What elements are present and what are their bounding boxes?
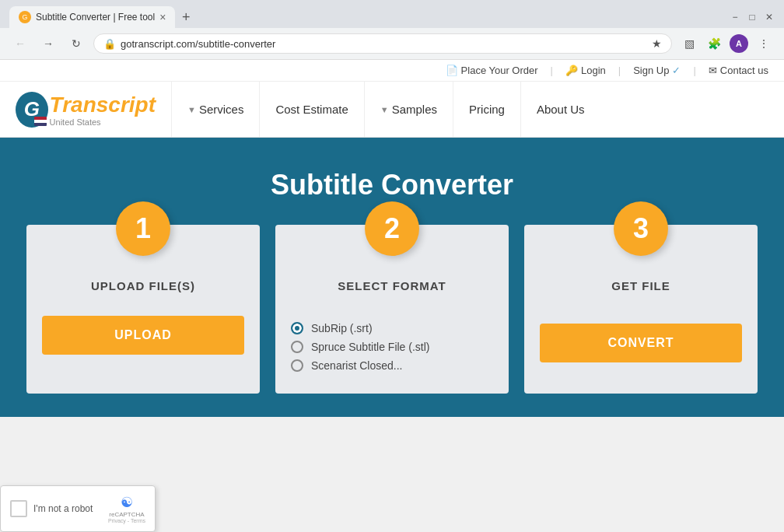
nav-pricing[interactable]: Pricing bbox=[453, 82, 520, 137]
tab-close-button[interactable]: × bbox=[159, 11, 166, 23]
logo-name: Transcript bbox=[50, 93, 156, 117]
recaptcha-links: Privacy - Terms bbox=[108, 518, 145, 523]
main-nav: G Transcript United States ▼ Services Co… bbox=[0, 82, 784, 138]
new-tab-button[interactable]: + bbox=[175, 6, 197, 28]
step-3-card: 3 GET FILE CONVERT bbox=[524, 225, 758, 394]
radio-scenarist[interactable] bbox=[291, 359, 303, 372]
signup-link[interactable]: Sign Up ✓ bbox=[633, 65, 681, 76]
close-button[interactable]: ✕ bbox=[764, 12, 775, 23]
step-3-content: CONVERT bbox=[524, 308, 758, 378]
step-3-title: GET FILE bbox=[524, 264, 758, 308]
recaptcha-label: I'm not a robot bbox=[33, 503, 93, 514]
format-scenarist[interactable]: Scenarist Closed... bbox=[291, 359, 493, 372]
chevron-down-icon: ▼ bbox=[187, 105, 196, 114]
step-2-title: SELECT FORMAT bbox=[275, 264, 509, 308]
step-1-content: UPLOAD bbox=[26, 308, 260, 370]
check-icon: ✓ bbox=[672, 65, 681, 76]
nav-about-label: About Us bbox=[537, 103, 585, 116]
step-2-number: 2 bbox=[365, 201, 419, 256]
email-icon: ✉ bbox=[709, 65, 717, 76]
recaptcha-privacy[interactable]: Privacy bbox=[108, 518, 126, 523]
format-subrip[interactable]: SubRip (.srt) bbox=[291, 322, 493, 334]
format-spruce-label: Spruce Subtitle File (.stl) bbox=[311, 341, 430, 353]
nav-pricing-label: Pricing bbox=[469, 103, 505, 116]
step-1-card: 1 UPLOAD FILE(S) UPLOAD bbox=[26, 225, 260, 394]
contact-label: Contact us bbox=[720, 65, 768, 76]
logo-subtitle: United States bbox=[50, 117, 156, 127]
extensions-icon[interactable]: ▧ bbox=[678, 33, 700, 54]
recaptcha-checkbox[interactable] bbox=[10, 500, 27, 517]
radio-subrip[interactable] bbox=[291, 322, 303, 334]
radio-spruce[interactable] bbox=[291, 341, 303, 353]
order-icon: 📄 bbox=[446, 65, 458, 76]
recaptcha-branding: ☯ reCAPTCHA Privacy - Terms bbox=[108, 494, 145, 523]
nav-services-label: Services bbox=[199, 103, 244, 116]
flag-icon bbox=[34, 117, 47, 126]
separator-2: | bbox=[618, 65, 621, 76]
address-bar-row: ← → ↻ 🔒 gotranscript.com/subtitle-conver… bbox=[0, 28, 784, 59]
account-icon[interactable]: A bbox=[728, 33, 750, 54]
back-button[interactable]: ← bbox=[9, 33, 31, 54]
nav-cost-estimate[interactable]: Cost Estimate bbox=[259, 82, 363, 137]
convert-button[interactable]: CONVERT bbox=[540, 324, 742, 362]
step-2-content: SubRip (.srt) Spruce Subtitle File (.stl… bbox=[275, 308, 509, 394]
active-tab[interactable]: G Subtitle Converter | Free tool × bbox=[9, 6, 175, 28]
logo-area[interactable]: G Transcript United States bbox=[0, 84, 171, 135]
nav-samples-label: Samples bbox=[392, 103, 437, 116]
recaptcha-widget: I'm not a robot ☯ reCAPTCHA Privacy - Te… bbox=[0, 485, 156, 532]
nav-cost-label: Cost Estimate bbox=[275, 103, 348, 116]
nav-samples[interactable]: ▼ Samples bbox=[364, 82, 453, 137]
page-title: Subtitle Converter bbox=[16, 169, 768, 201]
tab-favicon: G bbox=[19, 11, 31, 23]
address-bar[interactable]: 🔒 gotranscript.com/subtitle-converter ★ bbox=[93, 33, 672, 54]
lock-icon: 🔒 bbox=[103, 38, 116, 50]
place-order-label: Place Your Order bbox=[461, 65, 538, 76]
nav-about[interactable]: About Us bbox=[520, 82, 600, 137]
menu-icon[interactable]: ⋮ bbox=[753, 33, 775, 54]
place-order-link[interactable]: 📄 Place Your Order bbox=[446, 65, 538, 76]
logo-text-group: Transcript United States bbox=[50, 93, 156, 127]
recaptcha-footer: reCAPTCHA bbox=[108, 511, 145, 518]
minimize-button[interactable]: − bbox=[730, 12, 740, 23]
website-content: 📄 Place Your Order | 🔑 Login | Sign Up ✓… bbox=[0, 60, 784, 138]
step-1-number: 1 bbox=[116, 201, 170, 256]
puzzle-icon[interactable]: 🧩 bbox=[703, 33, 725, 54]
upload-button[interactable]: UPLOAD bbox=[42, 316, 244, 355]
contact-link[interactable]: ✉ Contact us bbox=[709, 65, 768, 76]
logo-icon: G bbox=[16, 92, 48, 128]
recaptcha-terms[interactable]: Terms bbox=[131, 518, 145, 523]
recaptcha-icon: ☯ bbox=[108, 494, 145, 511]
reload-button[interactable]: ↻ bbox=[65, 33, 87, 54]
utility-bar: 📄 Place Your Order | 🔑 Login | Sign Up ✓… bbox=[0, 60, 784, 82]
format-scenarist-label: Scenarist Closed... bbox=[311, 359, 403, 372]
toolbar-icons: ▧ 🧩 A ⋮ bbox=[678, 33, 775, 54]
url-text: gotranscript.com/subtitle-converter bbox=[121, 38, 647, 50]
nav-items: ▼ Services Cost Estimate ▼ Samples Prici… bbox=[171, 82, 784, 137]
steps-container: 1 UPLOAD FILE(S) UPLOAD 2 SELECT FORMAT … bbox=[19, 225, 765, 394]
separator-3: | bbox=[693, 65, 695, 76]
browser-chrome: G Subtitle Converter | Free tool × + − □… bbox=[0, 0, 784, 60]
login-label: Login bbox=[581, 65, 606, 76]
bookmark-icon[interactable]: ★ bbox=[652, 37, 662, 50]
title-bar: G Subtitle Converter | Free tool × + − □… bbox=[0, 0, 784, 28]
format-spruce[interactable]: Spruce Subtitle File (.stl) bbox=[291, 341, 493, 353]
key-icon: 🔑 bbox=[565, 65, 578, 76]
hero-section: Subtitle Converter 1 UPLOAD FILE(S) UPLO… bbox=[0, 138, 784, 417]
separator-1: | bbox=[551, 65, 553, 76]
nav-services[interactable]: ▼ Services bbox=[171, 82, 259, 137]
window-controls: − □ ✕ bbox=[730, 12, 775, 23]
chevron-down-icon-2: ▼ bbox=[380, 105, 389, 114]
signup-label: Sign Up bbox=[633, 65, 669, 76]
format-subrip-label: SubRip (.srt) bbox=[311, 322, 373, 334]
maximize-button[interactable]: □ bbox=[747, 12, 758, 23]
tab-title: Subtitle Converter | Free tool bbox=[36, 12, 155, 23]
login-link[interactable]: 🔑 Login bbox=[565, 65, 606, 76]
forward-button[interactable]: → bbox=[37, 33, 59, 54]
step-3-number: 3 bbox=[614, 201, 668, 256]
step-2-card: 2 SELECT FORMAT SubRip (.srt) Spruce Sub… bbox=[275, 225, 509, 394]
profile-avatar: A bbox=[730, 34, 748, 53]
step-1-title: UPLOAD FILE(S) bbox=[26, 264, 260, 308]
